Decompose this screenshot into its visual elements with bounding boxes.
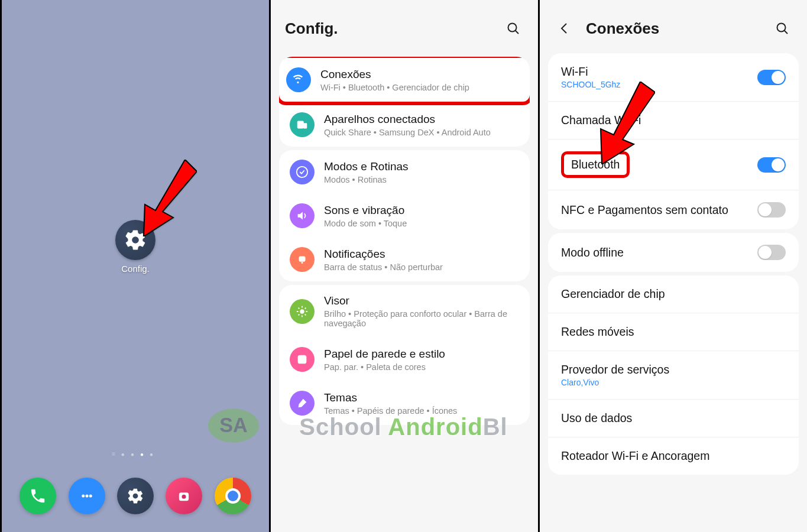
page-title: Config. (285, 20, 338, 38)
header: Config. (271, 0, 538, 50)
messages-app-icon[interactable] (69, 478, 105, 514)
svg-line-21 (299, 314, 300, 315)
connection-row[interactable]: Bluetooth (548, 140, 799, 190)
row-subtitle: Pap. par. • Paleta de cores (324, 362, 519, 372)
connection-row[interactable]: Modo offline (548, 233, 799, 272)
connection-row[interactable]: Redes móveis (548, 313, 799, 351)
wifi-icon (286, 67, 311, 92)
page-title: Conexões (586, 20, 659, 38)
svg-marker-0 (144, 160, 197, 236)
settings-connections: Conexões Wi-FiSCHOOL_5GhzChamada Wi-FiBl… (538, 0, 807, 532)
search-button[interactable] (772, 18, 793, 39)
svg-point-23 (777, 24, 786, 32)
row-title: Uso de dados (561, 411, 632, 425)
settings-row[interactable]: Papel de parede e estiloPap. par. • Pale… (279, 338, 530, 381)
connection-row[interactable]: Roteador Wi-Fi e Ancoragem (548, 437, 799, 475)
check-icon (290, 160, 315, 184)
svg-line-20 (305, 307, 306, 309)
devices-icon (290, 112, 315, 137)
connections-card: Modo offline (548, 233, 799, 272)
svg-line-19 (305, 314, 306, 315)
settings-row[interactable]: VisorBrilho • Proteção para conforto ocu… (279, 285, 530, 338)
config-app-label: Config. (121, 264, 150, 274)
row-subtitle: Quick Share • Samsung DeX • Android Auto (324, 128, 519, 137)
row-title: Notificações (324, 248, 519, 261)
svg-line-7 (516, 31, 519, 34)
page-indicator[interactable]: =●●●● (2, 446, 269, 467)
row-title: NFC e Pagamentos sem contato (561, 203, 728, 217)
toggle-switch[interactable] (757, 70, 786, 85)
row-title: Gerenciador de chip (561, 287, 665, 301)
row-subtitle: Temas • Papéis de parede • Ícones (324, 406, 519, 416)
row-title: Modo offline (561, 246, 624, 259)
svg-line-24 (785, 31, 788, 34)
settings-card: Modos e RotinasModos • RotinasSons e vib… (279, 150, 530, 281)
annotation-arrow (132, 160, 197, 239)
svg-rect-9 (303, 123, 307, 128)
row-subtitle: Modos • Rotinas (324, 175, 519, 184)
row-title: Wi-Fi (561, 65, 620, 79)
toggle-switch[interactable] (757, 245, 786, 260)
svg-point-10 (297, 167, 307, 177)
row-title: Visor (324, 294, 519, 307)
row-subtitle: Wi-Fi • Bluetooth • Gerenciador de chip (320, 83, 523, 92)
svg-rect-8 (297, 121, 304, 129)
toggle-switch[interactable] (757, 202, 786, 218)
connection-row[interactable]: Uso de dados (548, 400, 799, 437)
connections-card: Gerenciador de chipRedes móveisProvedor … (548, 275, 799, 475)
settings-row[interactable]: TemasTemas • Papéis de parede • Ícones (279, 381, 530, 425)
toggle-switch[interactable] (757, 157, 786, 173)
row-subtitle: Modo de som • Toque (324, 219, 519, 228)
svg-point-6 (508, 24, 517, 32)
settings-card: VisorBrilho • Proteção para conforto ocu… (279, 285, 530, 425)
back-button[interactable] (554, 18, 575, 39)
svg-marker-25 (601, 82, 655, 164)
svg-point-5 (182, 495, 186, 499)
connection-row[interactable]: Provedor de serviçosClaro,Vivo (548, 351, 799, 400)
row-title: Temas (324, 391, 519, 404)
row-title: Aparelhos conectados (324, 113, 519, 126)
settings-row[interactable]: Sons e vibraçãoModo de som • Toque (279, 194, 530, 238)
row-title: Provedor de serviços (561, 363, 669, 377)
row-title: Papel de parede e estilo (324, 348, 519, 361)
svg-rect-22 (298, 355, 307, 364)
settings-main: Config. ConexõesWi-Fi • Bluetooth • Gere… (269, 0, 538, 532)
settings-row[interactable]: ConexõesWi-Fi • Bluetooth • Gerenciador … (279, 57, 530, 105)
bell-icon (290, 247, 315, 272)
phone-app-icon[interactable] (20, 478, 56, 514)
sound-icon (290, 203, 315, 228)
palette-icon (290, 347, 315, 372)
header: Conexões (540, 0, 807, 50)
annotation-arrow (590, 82, 655, 167)
svg-point-12 (302, 262, 303, 264)
svg-point-1 (82, 495, 85, 498)
svg-point-2 (85, 495, 88, 498)
connection-row[interactable]: NFC e Pagamentos sem contato (548, 190, 799, 229)
row-title: Roteador Wi-Fi e Ancoragem (561, 449, 709, 463)
settings-app-icon[interactable] (117, 478, 154, 514)
chrome-app-icon[interactable] (215, 478, 251, 514)
row-subtitle: Brilho • Proteção para conforto ocular •… (324, 309, 519, 328)
connection-row[interactable]: Gerenciador de chip (548, 275, 799, 313)
row-subtitle: Claro,Vivo (561, 378, 669, 387)
home-screen: Config. =●●●● (0, 0, 269, 532)
settings-row[interactable]: Aparelhos conectadosQuick Share • Samsun… (279, 103, 530, 147)
svg-rect-11 (299, 257, 306, 262)
connection-row[interactable]: Chamada Wi-Fi (548, 102, 799, 140)
connection-row[interactable]: Wi-FiSCHOOL_5Ghz (548, 53, 799, 102)
settings-row[interactable]: NotificaçõesBarra de status • Não pertur… (279, 238, 530, 281)
svg-point-3 (89, 495, 92, 498)
row-subtitle: Barra de status • Não perturbar (324, 262, 519, 272)
sun-icon (290, 299, 315, 324)
search-button[interactable] (503, 18, 524, 39)
settings-row[interactable]: Modos e RotinasModos • Rotinas (279, 150, 530, 194)
settings-card: ConexõesWi-Fi • Bluetooth • Gerenciador … (279, 57, 530, 147)
row-title: Conexões (320, 68, 523, 81)
connections-card: Wi-FiSCHOOL_5GhzChamada Wi-FiBluetoothNF… (548, 53, 799, 229)
row-title: Sons e vibração (324, 204, 519, 217)
dock (2, 467, 269, 532)
camera-app-icon[interactable] (166, 478, 202, 514)
row-title: Modos e Rotinas (324, 160, 519, 173)
svg-line-18 (299, 307, 300, 309)
row-title: Redes móveis (561, 325, 634, 339)
